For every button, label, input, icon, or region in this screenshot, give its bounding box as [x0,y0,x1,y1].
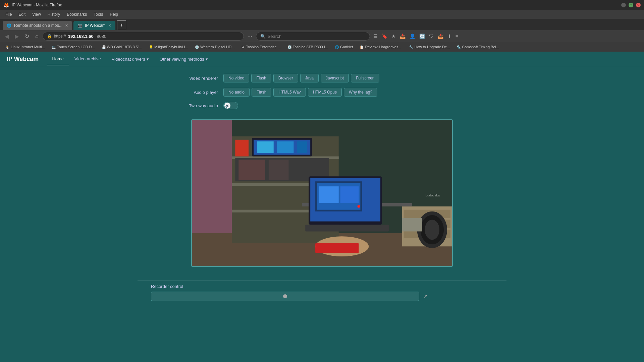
lock-icon: 🔒 [47,34,52,39]
bookmarks-bar: 🐧 Linux Intranet Multi... 💻 Touch Screen… [0,42,644,52]
nav-icon-3[interactable]: ★ [390,33,397,40]
audio-player-buttons: No audio Flash HTML5 Wav HTML5 Opus Why … [223,88,377,97]
svg-rect-33 [315,243,359,253]
two-way-audio-toggle[interactable]: 🔊 [223,102,238,109]
svg-rect-10 [277,141,294,153]
bookmark-2[interactable]: 💾 WD Gold 18TB 3.5"... [99,44,145,50]
toggle-knob: 🔊 [224,103,230,109]
bookmark-7-icon: 🌐 [335,45,339,49]
btn-flash-video[interactable]: Flash [251,74,271,82]
nav-icon-9[interactable]: ≡ [454,33,460,40]
audio-player-row: Audio player No audio Flash HTML5 Wav HT… [171,88,473,97]
menu-edit[interactable]: Edit [16,11,28,17]
search-icon: 🔍 [260,34,266,39]
tab-remote[interactable]: 🌐 Remote shoots on a mob... ✕ [3,21,72,30]
svg-rect-14 [238,160,265,180]
svg-rect-30 [340,186,359,203]
nav-icon-4[interactable]: 👤 [408,33,417,40]
tab-ipwebcam-close[interactable]: ✕ [108,23,111,28]
bookmark-7[interactable]: 🌐 GarfNet [332,44,356,50]
search-placeholder: Search [268,34,281,39]
btn-html5-opus[interactable]: HTML5 Opus [308,88,342,97]
bookmark-2-icon: 💾 [102,45,106,49]
svg-rect-15 [269,160,289,180]
new-tab-button[interactable]: + [117,20,126,30]
nav-icon-5[interactable]: 🔄 [418,33,426,40]
site-nav-other-viewing[interactable]: Other viewing methods ▾ [154,53,213,65]
site-nav-home[interactable]: Home [47,53,69,65]
titlebar-left: 🦊 IP Webcam - Mozilla Firefox [3,2,62,8]
spacer [138,270,506,280]
svg-rect-9 [257,141,274,153]
menu-bookmarks[interactable]: Bookmarks [64,11,90,17]
btn-html5-wav[interactable]: HTML5 Wav [273,88,306,97]
page-center: Video renderer No video Flash Browser Ja… [138,67,506,304]
audio-player-label: Audio player [171,90,218,95]
bookmark-1[interactable]: 💻 Touch Screen LCD D... [49,44,98,50]
menu-history[interactable]: History [45,11,63,17]
tab-ipwebcam-label: IP Webcam [85,23,106,28]
site-nav-video-archive[interactable]: Video archive [69,53,106,65]
bookmark-5[interactable]: 🖥 Toshiba Enterprise ... [238,44,283,50]
nav-icon-6[interactable]: 🛡 [428,33,435,40]
btn-no-audio[interactable]: No audio [223,88,250,97]
navbar: ◀ ▶ ↻ ⌂ 🔒 https:// 192.168.1.60 :8080 ⋯ … [0,30,644,42]
bookmark-0-icon: 🐧 [5,45,9,49]
btn-javascript-video[interactable]: Javascript [321,74,349,82]
nav-icon-1[interactable]: ☰ [372,33,379,40]
chevron-down-icon-2: ▾ [206,57,208,62]
bookmark-3[interactable]: 💡 Milight/Easybulb/Li... [146,44,191,50]
tab-remote-close[interactable]: ✕ [65,23,68,28]
url-bar[interactable]: 🔒 https:// 192.168.1.60 :8080 [43,32,244,41]
back-button[interactable]: ◀ [3,33,11,40]
bookmark-5-label: Toshiba Enterprise ... [246,45,280,49]
bookmark-8[interactable]: 📋 Review: Hargreaves ... [357,44,405,50]
btn-java-video[interactable]: Java [300,74,319,82]
btn-flash-audio[interactable]: Flash [252,88,271,97]
menu-view[interactable]: View [30,11,44,17]
close-button[interactable]: ✕ [636,3,641,7]
site-nav-videochat-drivers[interactable]: Videochat drivers ▾ [106,53,154,65]
forward-button[interactable]: ▶ [13,33,21,40]
tab-ipwebcam[interactable]: 📷 IP Webcam ✕ [73,21,115,30]
reload-button[interactable]: ↻ [23,33,31,40]
nav-icon-2[interactable]: 🔖 [380,33,389,40]
recorder-external-link[interactable]: ↗ [422,292,429,301]
minimize-button[interactable]: － [621,3,626,7]
bookmark-9[interactable]: 🔧 How to Upgrade De... [407,44,453,50]
nav-icon-7[interactable]: 📤 [436,33,445,40]
bookmark-7-label: GarfNet [340,45,353,49]
toggle-switch[interactable]: 🔊 [223,102,238,109]
bookmark-2-label: WD Gold 18TB 3.5"... [107,45,142,49]
btn-no-video[interactable]: No video [223,74,249,82]
btn-fullscreen-video[interactable]: Fullscreen [351,74,379,82]
menu-file[interactable]: File [3,11,14,17]
menu-help[interactable]: Help [107,11,121,17]
home-button[interactable]: ⌂ [33,33,41,40]
nav-icons: ☰ 🔖 ★ 📥 👤 🔄 🛡 📤 ⬇ ≡ [372,33,460,40]
recorder-title: Recorder control [151,284,493,289]
menu-tools[interactable]: Tools [91,11,106,17]
bookmark-6-icon: 💽 [287,45,291,49]
btn-browser-video[interactable]: Browser [273,74,298,82]
bookmark-6[interactable]: 💽 Toshiba 8TB P300 I... [285,44,331,50]
btn-why-lag[interactable]: Why the lag? [344,88,377,97]
url-port: :8080 [96,34,107,39]
titlebar-controls: － □ ✕ [621,3,641,7]
bookmark-4-icon: 💿 [195,45,199,49]
bookmark-9-icon: 🔧 [409,45,413,49]
bookmark-0[interactable]: 🐧 Linux Intranet Multi... [3,44,48,50]
svg-rect-31 [305,225,389,232]
webcam-container: Ludocska [191,119,453,267]
nav-icon-pocket[interactable]: 📥 [398,33,407,40]
tabbar: 🌐 Remote shoots on a mob... ✕ 📷 IP Webca… [0,19,644,30]
svg-rect-29 [319,186,339,203]
bookmark-4[interactable]: 💿 Western Digital HD... [192,44,237,50]
search-bar[interactable]: 🔍 Search [256,32,370,41]
bookmark-10[interactable]: 🔩 Camshaft Timing Bel... [454,44,502,50]
svg-rect-34 [402,218,422,232]
maximize-button[interactable]: □ [629,3,633,7]
nav-icon-8[interactable]: ⬇ [446,33,453,40]
nav-more-options[interactable]: ⋯ [246,33,254,40]
tab-remote-label: Remote shoots on a mob... [14,23,62,28]
